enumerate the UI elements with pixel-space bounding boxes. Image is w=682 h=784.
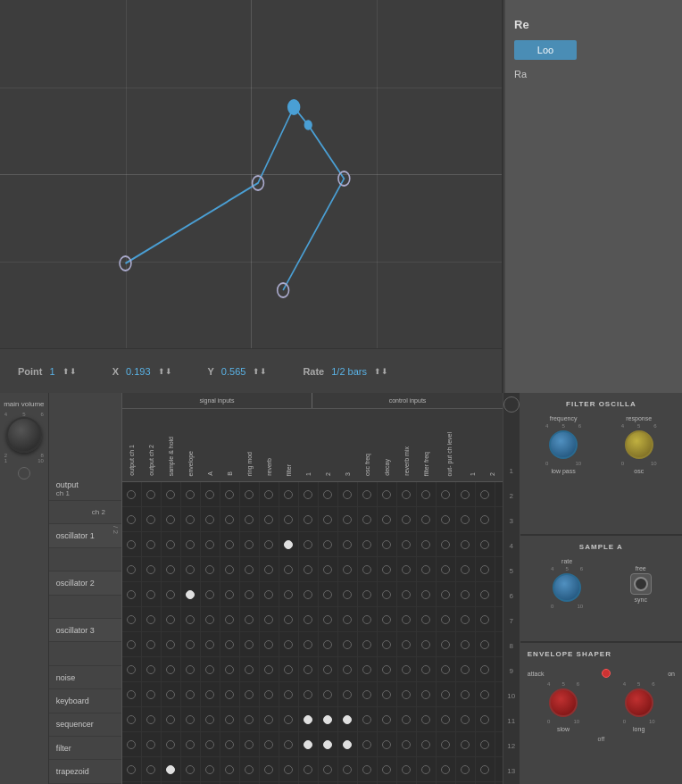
matrix-cell[interactable] (437, 507, 456, 532)
matrix-cell[interactable] (240, 732, 260, 757)
matrix-cell[interactable] (397, 757, 417, 782)
matrix-cell[interactable] (476, 707, 495, 732)
matrix-cell[interactable] (260, 532, 279, 557)
rate-stepper[interactable]: ⬆⬇ (374, 367, 388, 376)
matrix-cell[interactable] (437, 532, 456, 557)
matrix-cell[interactable] (162, 732, 181, 757)
frequency-knob[interactable] (549, 430, 578, 459)
env-on-indicator[interactable] (602, 669, 611, 678)
matrix-cell[interactable] (397, 632, 417, 657)
matrix-cell[interactable] (162, 632, 181, 657)
matrix-cell[interactable] (122, 757, 142, 782)
matrix-cell[interactable] (279, 682, 299, 707)
matrix-cell[interactable] (201, 657, 220, 682)
matrix-cell[interactable] (201, 632, 220, 657)
matrix-cell[interactable] (142, 682, 162, 707)
matrix-cell[interactable] (437, 482, 456, 507)
matrix-cell[interactable] (299, 757, 319, 782)
matrix-cell[interactable] (378, 657, 397, 682)
matrix-cell[interactable] (417, 482, 437, 507)
matrix-cell[interactable] (378, 482, 397, 507)
matrix-cell[interactable] (181, 632, 201, 657)
matrix-cell[interactable] (162, 532, 181, 557)
matrix-cell[interactable] (279, 582, 299, 607)
matrix-cell[interactable] (220, 557, 240, 582)
matrix-cell[interactable] (378, 532, 397, 557)
matrix-cell[interactable] (358, 632, 378, 657)
matrix-cell[interactable] (142, 532, 162, 557)
matrix-cell[interactable] (358, 732, 378, 757)
matrix-cell[interactable] (279, 482, 299, 507)
matrix-cell[interactable] (142, 482, 162, 507)
matrix-cell[interactable] (122, 482, 142, 507)
matrix-cell[interactable] (162, 507, 181, 532)
matrix-cell[interactable] (417, 557, 437, 582)
matrix-cell[interactable] (319, 632, 338, 657)
matrix-cell[interactable] (358, 707, 378, 732)
matrix-cell[interactable] (437, 707, 456, 732)
matrix-cell[interactable] (201, 482, 220, 507)
matrix-cell[interactable] (358, 482, 378, 507)
matrix-cell[interactable] (181, 707, 201, 732)
matrix-cell[interactable] (279, 557, 299, 582)
matrix-cell[interactable] (437, 757, 456, 782)
matrix-cell[interactable] (437, 607, 456, 632)
matrix-cell[interactable] (122, 707, 142, 732)
matrix-cell[interactable] (240, 507, 260, 532)
matrix-cell[interactable] (260, 682, 279, 707)
matrix-cell[interactable] (162, 607, 181, 632)
matrix-cell[interactable] (456, 707, 476, 732)
matrix-cell[interactable] (378, 557, 397, 582)
matrix-cell[interactable] (162, 557, 181, 582)
matrix-cell[interactable] (142, 632, 162, 657)
matrix-cell[interactable] (299, 532, 319, 557)
matrix-cell[interactable] (299, 657, 319, 682)
matrix-cell[interactable] (417, 707, 437, 732)
matrix-cell[interactable] (338, 632, 358, 657)
matrix-cell[interactable] (240, 707, 260, 732)
matrix-cell[interactable] (319, 507, 338, 532)
matrix-cell[interactable] (417, 582, 437, 607)
matrix-cell[interactable] (299, 732, 319, 757)
matrix-cell[interactable] (319, 732, 338, 757)
matrix-cell[interactable] (279, 607, 299, 632)
matrix-cell[interactable] (142, 657, 162, 682)
main-volume-knob[interactable] (6, 417, 42, 453)
matrix-cell[interactable] (319, 582, 338, 607)
matrix-cell[interactable] (358, 582, 378, 607)
matrix-cell[interactable] (319, 532, 338, 557)
matrix-cell[interactable] (162, 757, 181, 782)
matrix-cell[interactable] (476, 657, 495, 682)
matrix-cell[interactable] (299, 482, 319, 507)
matrix-cell[interactable] (181, 507, 201, 532)
matrix-settings-icon[interactable] (503, 396, 520, 413)
matrix-cell[interactable] (142, 732, 162, 757)
matrix-cell[interactable] (260, 607, 279, 632)
matrix-cell[interactable] (358, 657, 378, 682)
matrix-cell[interactable] (338, 682, 358, 707)
matrix-cell[interactable] (142, 582, 162, 607)
matrix-cell[interactable] (456, 557, 476, 582)
matrix-cell[interactable] (319, 757, 338, 782)
matrix-cell[interactable] (122, 682, 142, 707)
matrix-cell[interactable] (338, 482, 358, 507)
matrix-cell[interactable] (181, 657, 201, 682)
matrix-cell[interactable] (201, 582, 220, 607)
matrix-cell[interactable] (220, 532, 240, 557)
matrix-cell[interactable] (279, 657, 299, 682)
matrix-cell[interactable] (378, 732, 397, 757)
matrix-cell[interactable] (378, 707, 397, 732)
matrix-cell[interactable] (338, 732, 358, 757)
matrix-cell[interactable] (299, 682, 319, 707)
matrix-cell[interactable] (476, 482, 495, 507)
matrix-cell[interactable] (378, 632, 397, 657)
matrix-cell[interactable] (279, 507, 299, 532)
point-stepper[interactable]: ⬆⬇ (62, 367, 77, 376)
matrix-cell[interactable] (181, 607, 201, 632)
matrix-cell[interactable] (181, 682, 201, 707)
matrix-cell[interactable] (476, 632, 495, 657)
matrix-cell[interactable] (417, 657, 437, 682)
matrix-cell[interactable] (260, 757, 279, 782)
matrix-cell[interactable] (456, 532, 476, 557)
matrix-cell[interactable] (378, 582, 397, 607)
